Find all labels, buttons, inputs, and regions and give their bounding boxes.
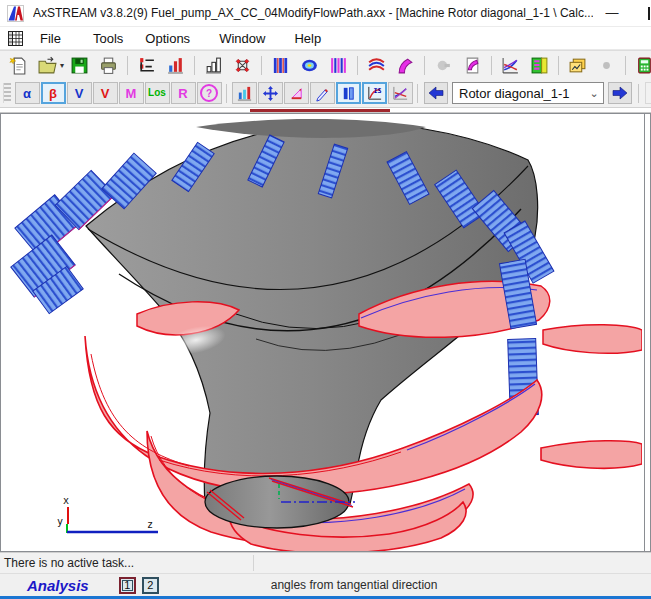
- chevron-down-icon[interactable]: ⌄: [585, 87, 603, 100]
- blade-sheet-icon[interactable]: [459, 53, 486, 78]
- next-machine-button[interactable]: [608, 82, 632, 104]
- chart-bars-color-icon[interactable]: [162, 53, 189, 78]
- title-bar: AxSTREAM v3.8.2(9) Fuel_pump_AX_CC_04Mod…: [0, 0, 651, 27]
- analysis-bar: Analysis 1 2 angles from tangential dire…: [0, 573, 651, 596]
- toolbar-separator: [625, 56, 626, 75]
- chart-bars-outline-icon[interactable]: [200, 53, 227, 78]
- toolbar-separator: [424, 56, 425, 75]
- menu-help[interactable]: Help: [283, 29, 332, 48]
- menu-options[interactable]: Options: [134, 29, 201, 48]
- status-divider: [253, 555, 254, 571]
- move-cross-icon[interactable]: [258, 82, 283, 104]
- svg-text:IS: IS: [373, 86, 381, 94]
- window-title: AxSTREAM v3.8.2(9) Fuel_pump_AX_CC_04Mod…: [33, 6, 593, 20]
- menu-tools[interactable]: Tools: [82, 29, 134, 48]
- open-file-icon[interactable]: [34, 53, 61, 78]
- right-panel-strip: [644, 113, 651, 552]
- dot-disabled-icon: [593, 53, 620, 78]
- blade-bars-icon[interactable]: [336, 82, 361, 104]
- toolbar-separator: [491, 56, 492, 75]
- machine-selector-value: Rotor diagonal_1-1: [453, 86, 585, 101]
- svg-text:x: x: [63, 495, 69, 506]
- analysis-page-1-button[interactable]: 1: [119, 577, 136, 594]
- window-edge-control[interactable]: [648, 7, 650, 20]
- toolbar-separator: [417, 84, 418, 103]
- mesh-diamonds-icon[interactable]: [229, 53, 256, 78]
- toolbar-separator: [558, 56, 559, 75]
- velocity-blue-button[interactable]: V: [67, 82, 92, 104]
- blade-profile-icon[interactable]: [392, 53, 419, 78]
- toolbar-separator: [261, 56, 262, 75]
- open-file-dropdown-icon[interactable]: ▾: [60, 61, 64, 70]
- model-viewport[interactable]: x y z: [0, 113, 644, 552]
- data-table-icon[interactable]: [526, 53, 553, 78]
- alpha-angle-button[interactable]: α: [15, 82, 40, 104]
- performance-curves-icon[interactable]: [497, 53, 524, 78]
- help-circle-button[interactable]: ?: [197, 82, 222, 104]
- toolbar-separator: [357, 56, 358, 75]
- curves-icon[interactable]: [388, 82, 413, 104]
- view-toolbar: α β V V M Los R ? IS Rotor diagonal_1-1 …: [0, 79, 651, 107]
- progress-bar: [250, 109, 390, 112]
- down-navigate-button-disabled: [645, 82, 651, 104]
- flow-path-icon[interactable]: [133, 53, 160, 78]
- menu-window[interactable]: Window: [208, 29, 276, 48]
- reaction-button[interactable]: R: [171, 82, 196, 104]
- svg-text:z: z: [147, 519, 153, 530]
- main-toolbar: ▾: [0, 50, 651, 79]
- is-diagram-icon[interactable]: IS: [362, 82, 387, 104]
- ribbon-wing-right: [541, 441, 642, 469]
- mini-chart-icon[interactable]: [232, 82, 257, 104]
- pencil-icon[interactable]: [310, 82, 335, 104]
- reports-icon[interactable]: [564, 53, 591, 78]
- axstream-logo-icon: [7, 5, 24, 22]
- toolbar-separator: [638, 84, 639, 103]
- analysis-note: angles from tangential direction: [271, 578, 438, 592]
- toolbar-separator: [194, 56, 195, 75]
- document-grid-icon[interactable]: [8, 31, 23, 46]
- mach-button[interactable]: M: [119, 82, 144, 104]
- loss-button[interactable]: Los: [145, 82, 170, 104]
- analysis-label: Analysis: [27, 577, 89, 594]
- print-icon[interactable]: [95, 53, 122, 78]
- meridional-rings-icon[interactable]: [296, 53, 323, 78]
- coordinate-triad: x y z: [57, 495, 158, 533]
- calculator-icon[interactable]: [631, 53, 651, 78]
- beta-angle-button[interactable]: β: [41, 82, 66, 104]
- toolbar-separator: [127, 56, 128, 75]
- velocity-red-button[interactable]: V: [93, 82, 118, 104]
- triangle-icon[interactable]: [284, 82, 309, 104]
- analysis-page-2-button[interactable]: 2: [142, 577, 159, 594]
- menu-bar: File Tools Options Window Help: [0, 27, 651, 50]
- rotor-3d-view[interactable]: x y z: [1, 114, 642, 551]
- new-document-icon[interactable]: [5, 53, 32, 78]
- blade-tool-disabled-icon: [430, 53, 457, 78]
- svg-text:y: y: [57, 516, 63, 527]
- bladed-disk-icon[interactable]: [325, 53, 352, 78]
- status-message: There is no active task...: [0, 556, 134, 570]
- prev-machine-button[interactable]: [424, 82, 448, 104]
- save-icon[interactable]: [66, 53, 93, 78]
- machine-selector[interactable]: Rotor diagonal_1-1 ⌄: [452, 82, 604, 104]
- blade-cascade-icon[interactable]: [267, 53, 294, 78]
- minimize-button[interactable]: —: [601, 2, 623, 24]
- toolbar-grip[interactable]: [3, 83, 11, 103]
- toolbar-separator: [226, 84, 227, 103]
- streamlines-icon[interactable]: [363, 53, 390, 78]
- menu-file[interactable]: File: [29, 29, 72, 48]
- status-bar: There is no active task...: [0, 552, 651, 573]
